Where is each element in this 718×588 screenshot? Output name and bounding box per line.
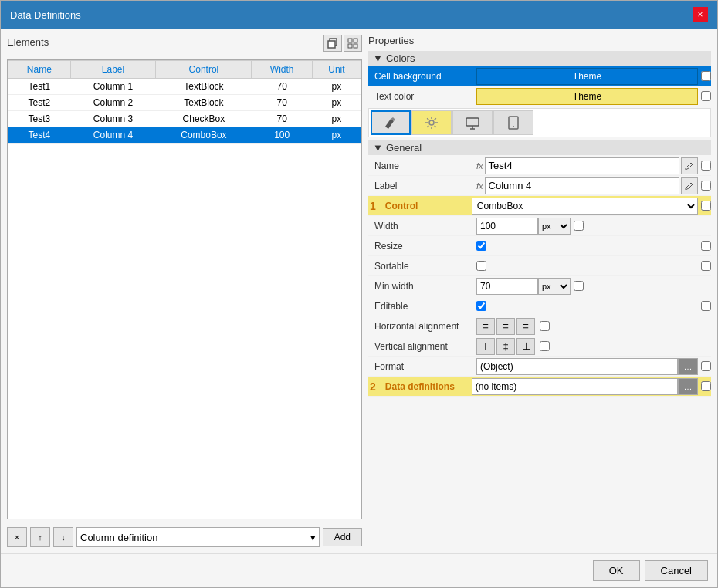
data-definitions-row: 2 Data definitions (no items) …	[368, 377, 711, 397]
sortable-checkbox[interactable]	[476, 261, 486, 271]
width-input[interactable]	[476, 218, 538, 235]
name-checkbox[interactable]	[701, 161, 711, 171]
col-header-width: Width	[252, 61, 312, 79]
elements-title: Elements	[7, 36, 49, 48]
width-unit-select[interactable]: px	[538, 218, 571, 235]
min-width-row: Min width px	[368, 276, 711, 296]
add-button[interactable]: Add	[323, 528, 362, 546]
resize-checkbox[interactable]	[476, 241, 486, 251]
grid-icon-btn[interactable]	[344, 35, 362, 52]
table-row[interactable]: Test4Column 4ComboBox100px	[8, 127, 361, 144]
svg-rect-4	[348, 44, 352, 48]
properties-title: Properties	[368, 35, 711, 46]
resize-outer-checkbox[interactable]	[701, 241, 711, 251]
h-align-label: Horizontal alignment	[368, 321, 476, 332]
move-up-button[interactable]: ↑	[30, 527, 50, 547]
editable-row: Editable	[368, 296, 711, 316]
control-checkbox[interactable]	[701, 201, 711, 211]
h-align-right-button[interactable]: ≡	[516, 318, 535, 335]
format-dots-button[interactable]: …	[678, 358, 698, 375]
bottom-bar: × ↑ ↓ Column definition ▾ Add	[7, 524, 362, 547]
collapse-icon: ▼	[373, 52, 383, 64]
control-select[interactable]: ComboBox	[472, 198, 698, 215]
svg-point-9	[513, 126, 514, 127]
format-checkbox[interactable]	[701, 361, 711, 371]
color-icon-display[interactable]	[452, 110, 493, 135]
text-color-row: Text color Theme	[368, 86, 711, 106]
move-down-button[interactable]: ↓	[53, 527, 73, 547]
resize-row: Resize	[368, 236, 711, 256]
v-align-top-button[interactable]: T	[476, 338, 495, 355]
cell-background-checkbox[interactable]	[701, 71, 711, 81]
dialog-body: Elements Name Label Co	[1, 29, 717, 553]
color-icon-gear[interactable]	[411, 110, 452, 135]
resize-label: Resize	[368, 241, 476, 252]
color-icon-pen[interactable]	[371, 110, 411, 135]
text-color-checkbox[interactable]	[701, 91, 711, 101]
name-input[interactable]: Test4	[485, 157, 679, 174]
cell-background-label: Cell background	[368, 71, 476, 82]
width-label: Width	[368, 221, 476, 231]
cancel-button[interactable]: Cancel	[645, 560, 708, 581]
restore-icon-btn[interactable]	[323, 35, 342, 52]
text-color-label: Text color	[368, 91, 476, 102]
label-value: fx Column 4	[476, 177, 711, 194]
general-section: ▼ General Name fx Test4	[368, 140, 711, 397]
control-value: ComboBox	[472, 198, 711, 215]
format-label: Format	[368, 361, 476, 372]
h-align-center-button[interactable]: ≡	[496, 318, 515, 335]
editable-value	[476, 301, 711, 311]
ok-button[interactable]: OK	[593, 560, 640, 581]
general-label: General	[386, 142, 422, 154]
format-value: (Object) …	[476, 358, 711, 375]
v-align-bottom-button[interactable]: ⊥	[516, 338, 535, 355]
v-align-label: Vertical alignment	[368, 341, 476, 352]
grid-icon	[347, 38, 358, 49]
close-button[interactable]: ×	[693, 7, 708, 22]
edit-icon2	[685, 181, 694, 191]
label-checkbox[interactable]	[701, 181, 711, 191]
elements-data-table: Name Label Control Width Unit Test1Colum…	[8, 60, 361, 144]
text-color-theme-btn[interactable]: Theme	[476, 88, 698, 105]
format-row: Format (Object) …	[368, 357, 711, 377]
col-header-label: Label	[70, 61, 156, 79]
width-checkbox[interactable]	[574, 221, 584, 231]
min-width-input[interactable]	[476, 278, 538, 295]
color-icons-row	[368, 108, 711, 137]
name-value: fx Test4	[476, 157, 711, 174]
definition-type-dropdown[interactable]: Column definition ▾	[76, 527, 320, 547]
h-align-left-button[interactable]: ≡	[476, 318, 495, 335]
name-fx-icon: fx	[476, 161, 483, 171]
sortable-outer-checkbox[interactable]	[701, 261, 711, 271]
text-color-value: Theme	[476, 88, 711, 105]
colors-label: Colors	[386, 52, 415, 64]
data-definitions-dialog: Data Definitions × Elements	[0, 0, 718, 588]
resize-value	[476, 241, 711, 251]
chevron-down-icon: ▾	[310, 532, 316, 543]
table-row[interactable]: Test3Column 3CheckBox70px	[8, 111, 361, 127]
table-row[interactable]: Test1Column 1TextBlock70px	[8, 79, 361, 95]
v-align-middle-button[interactable]: ‡	[496, 338, 515, 355]
elements-table: Name Label Control Width Unit Test1Colum…	[7, 59, 362, 519]
table-row[interactable]: Test2Column 2TextBlock70px	[8, 95, 361, 111]
left-panel: Elements Name Label Co	[7, 35, 362, 547]
label-edit-button[interactable]	[681, 177, 698, 194]
v-align-checkbox[interactable]	[540, 341, 550, 351]
data-defs-dots-button[interactable]: …	[678, 378, 698, 395]
editable-outer-checkbox[interactable]	[701, 301, 711, 311]
label-input[interactable]: Column 4	[485, 177, 679, 194]
data-defs-checkbox[interactable]	[701, 381, 711, 391]
col-header-control: Control	[156, 61, 252, 79]
color-icon-tablet[interactable]	[493, 110, 533, 135]
svg-rect-2	[348, 39, 352, 42]
cell-background-value: Theme	[476, 68, 711, 85]
min-width-unit-select[interactable]: px	[538, 278, 571, 295]
min-width-checkbox[interactable]	[574, 281, 584, 291]
h-align-row: Horizontal alignment ≡ ≡ ≡	[368, 316, 711, 336]
cell-background-theme-btn[interactable]: Theme	[476, 68, 698, 85]
editable-checkbox[interactable]	[476, 301, 486, 311]
remove-button[interactable]: ×	[7, 527, 27, 547]
name-edit-button[interactable]	[681, 157, 698, 174]
col-header-unit: Unit	[312, 61, 361, 79]
h-align-checkbox[interactable]	[540, 321, 550, 331]
